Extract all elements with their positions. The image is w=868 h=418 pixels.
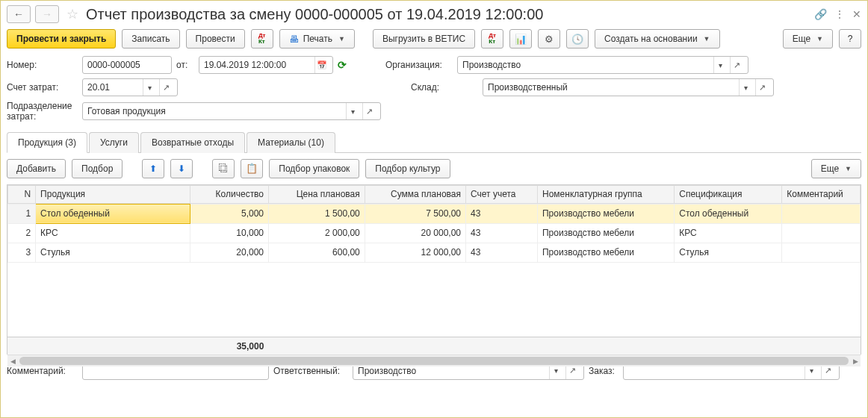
create-based-on-button[interactable]: Создать на основании▼ <box>595 29 719 49</box>
more-button[interactable]: Еще▼ <box>783 29 833 49</box>
paste-icon: 📋 <box>246 163 258 174</box>
refresh-icon[interactable]: ⟳ <box>338 59 347 71</box>
tabs: Продукция (3) Услуги Возвратные отходы М… <box>7 131 861 153</box>
register-entries-button[interactable]: ДтКт <box>251 29 273 49</box>
number-input[interactable]: 0000-000005 <box>82 56 172 74</box>
gears-icon: ⚙ <box>545 34 554 45</box>
tab-products[interactable]: Продукция (3) <box>7 132 87 153</box>
dropdown-icon[interactable]: ▾ <box>713 57 727 73</box>
col-sum[interactable]: Сумма плановая <box>365 185 465 203</box>
dtKt-small-button[interactable]: ДтКт <box>481 29 503 49</box>
clock-icon: 🕓 <box>571 34 583 45</box>
col-account[interactable]: Счет учета <box>466 185 538 203</box>
cost-dept-input[interactable]: Готовая продукция ▾ <box>82 102 381 120</box>
col-product[interactable]: Продукция <box>36 185 190 203</box>
horizontal-scrollbar[interactable]: ◀▶ <box>7 355 861 366</box>
tab-materials[interactable]: Материалы (10) <box>247 132 335 153</box>
settings-button[interactable]: ⚙ <box>538 29 560 49</box>
help-button[interactable]: ? <box>839 29 861 49</box>
copy-icon: ⿻ <box>219 163 229 174</box>
cost-account-input[interactable]: 20.01 ▾ <box>82 78 178 96</box>
printer-icon: 🖶 <box>289 34 299 45</box>
calendar-icon[interactable] <box>314 57 328 73</box>
comment-label: Комментарий: <box>7 366 78 376</box>
kebab-menu-icon[interactable]: ⋮ <box>834 8 845 20</box>
responsible-label: Ответственный: <box>273 366 348 376</box>
col-spec[interactable]: Спецификация <box>675 185 782 203</box>
org-input[interactable]: Производство ▾ <box>457 56 748 74</box>
dropdown-icon[interactable]: ▾ <box>143 79 156 96</box>
col-n[interactable]: N <box>8 185 36 203</box>
number-label: Номер: <box>7 60 78 70</box>
dropdown-icon[interactable]: ▾ <box>346 103 359 119</box>
table-row[interactable]: 3Стулья20,000600,0012 000,0043Производст… <box>8 243 861 262</box>
date-input[interactable]: 19.04.2019 12:00:00 <box>199 56 333 74</box>
tab-more-button[interactable]: Еще▼ <box>811 159 861 178</box>
total-qty: 35,000 <box>190 337 269 355</box>
tab-returns[interactable]: Возвратные отходы <box>140 132 245 153</box>
chart-icon: 📊 <box>515 34 527 45</box>
open-icon[interactable] <box>755 79 769 96</box>
nav-forward-button[interactable]: → <box>35 5 59 23</box>
col-group[interactable]: Номенклатурная группа <box>537 185 674 203</box>
warehouse-label: Склад: <box>411 82 478 93</box>
open-icon[interactable] <box>730 57 743 73</box>
report-button[interactable]: 📊 <box>509 29 532 49</box>
cost-account-label: Счет затрат: <box>7 82 78 93</box>
add-row-button[interactable]: Добавить <box>7 159 66 178</box>
dtKt-icon: ДтКт <box>489 33 496 45</box>
close-icon[interactable]: ✕ <box>852 8 861 20</box>
copy-rows-button[interactable]: ⿻ <box>212 159 235 178</box>
col-qty[interactable]: Количество <box>190 185 269 203</box>
link-icon[interactable]: 🔗 <box>814 8 827 20</box>
post-button[interactable]: Провести <box>186 29 245 49</box>
export-vetis-button[interactable]: Выгрузить в ВЕТИС <box>373 29 475 49</box>
history-button[interactable]: 🕓 <box>566 29 589 49</box>
favorite-star-icon[interactable]: ☆ <box>66 6 78 22</box>
paste-rows-button[interactable]: 📋 <box>241 159 263 178</box>
open-icon[interactable] <box>159 79 173 96</box>
print-button[interactable]: 🖶 Печать▼ <box>279 29 355 49</box>
dropdown-icon[interactable]: ▾ <box>739 79 752 96</box>
warehouse-input[interactable]: Производственный ▾ <box>483 78 774 96</box>
org-label: Организация: <box>385 60 453 70</box>
col-comment[interactable]: Комментарий <box>782 185 861 203</box>
table-row[interactable]: 1Стол обеденный5,0001 500,007 500,0043Пр… <box>8 204 861 223</box>
products-table[interactable]: N Продукция Количество Цена плановая Сум… <box>7 184 861 355</box>
table-row[interactable]: 2КРС10,0002 000,0020 000,0043Производств… <box>8 223 861 243</box>
order-label: Заказ: <box>589 366 619 376</box>
col-price[interactable]: Цена плановая <box>269 185 365 203</box>
window-title: Отчет производства за смену 0000-000005 … <box>86 6 810 23</box>
pick-button[interactable]: Подбор <box>72 159 123 178</box>
open-icon[interactable] <box>362 103 376 119</box>
cost-dept-label: Подразделение затрат: <box>7 101 78 122</box>
tab-services[interactable]: Услуги <box>89 132 139 153</box>
pick-pack-button[interactable]: Подбор упаковок <box>269 159 359 178</box>
post-and-close-button[interactable]: Провести и закрыть <box>7 29 116 49</box>
date-label: от: <box>176 60 194 70</box>
move-down-button[interactable]: ⬇ <box>170 159 193 178</box>
totals-row: 35,000 <box>7 337 861 355</box>
move-up-button[interactable]: ⬆ <box>142 159 164 178</box>
dtKt-icon: ДтКт <box>258 33 266 45</box>
nav-back-button[interactable]: ← <box>7 5 31 23</box>
pick-cultures-button[interactable]: Подбор культур <box>365 159 450 178</box>
save-button[interactable]: Записать <box>122 29 179 49</box>
